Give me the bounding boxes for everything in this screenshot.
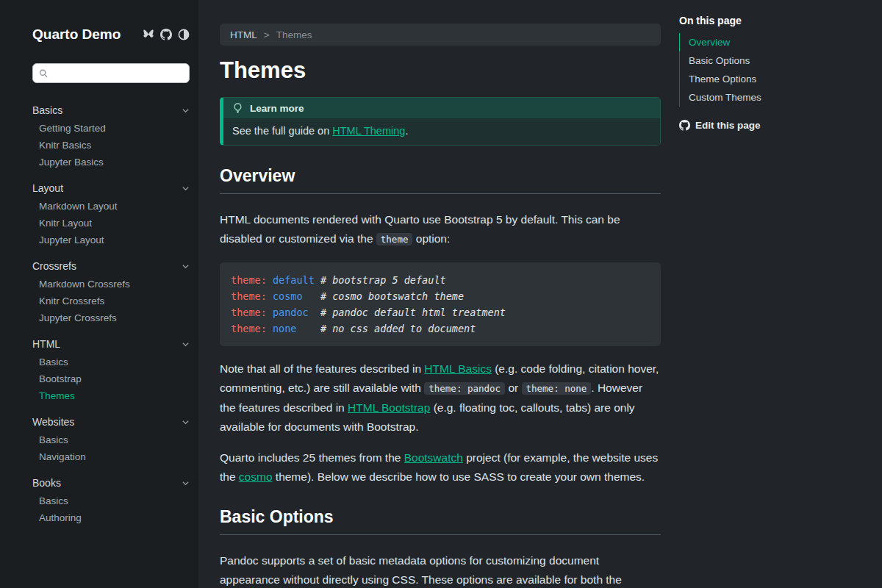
text: theme). Below we describe how to use SAS… [273, 470, 645, 483]
html-theming-link[interactable]: HTML Theming [332, 125, 405, 137]
inline-code-theme-none: theme: none [522, 382, 592, 395]
theme-toggle-icon[interactable] [178, 29, 190, 40]
sidebar-item-navigation[interactable]: Navigation [32, 448, 190, 465]
callout-text: See the full guide on [232, 125, 332, 137]
inline-code-theme-pandoc: theme: pandoc [424, 382, 505, 395]
breadcrumb: HTML > Themes [220, 24, 661, 46]
sidebar-nav: Basics Getting Started Knitr Basics Jupy… [32, 101, 190, 526]
yaml-value: cosmo [273, 288, 315, 304]
sidebar-section-crossrefs: Crossrefs Markdown Crossrefs Knitr Cross… [32, 257, 190, 326]
bootswatch-link[interactable]: Bootswatch [404, 451, 463, 464]
yaml-comment: # pandoc default html treatment [320, 306, 506, 318]
yaml-key: theme: [231, 290, 267, 302]
toc-item-basic-options[interactable]: Basic Options [679, 51, 856, 70]
sidebar-item-jupyter-crossrefs[interactable]: Jupyter Crossrefs [32, 309, 190, 326]
paragraph: Quarto includes 25 themes from the Boots… [220, 448, 661, 487]
callout-body: See the full guide on HTML Theming. [223, 118, 660, 145]
chevron-down-icon[interactable] [182, 479, 190, 487]
sidebar-section-books: Books Basics Authoring [32, 473, 190, 526]
sidebar-item-jupyter-layout[interactable]: Jupyter Layout [32, 232, 190, 248]
chevron-down-icon[interactable] [182, 262, 190, 270]
text: or [505, 381, 521, 394]
code-line: theme: none # no css added to document [231, 320, 650, 337]
edit-this-page[interactable]: Edit this page [679, 120, 856, 131]
sidebar-section-header-crossrefs[interactable]: Crossrefs [32, 257, 190, 276]
sidebar-section-html: HTML Basics Bootstrap Themes [32, 334, 190, 404]
callout-text: . [405, 125, 408, 137]
callout-header[interactable]: Learn more [223, 98, 660, 118]
breadcrumb-item-html[interactable]: HTML [230, 29, 257, 40]
sidebar-item-html-basics[interactable]: Basics [32, 354, 190, 370]
html-basics-link[interactable]: HTML Basics [424, 362, 492, 375]
sidebar-item-authoring[interactable]: Authoring [32, 509, 190, 526]
yaml-comment: # bootstrap 5 default [320, 274, 446, 286]
header-icons [143, 29, 190, 40]
sidebar-item-markdown-crossrefs[interactable]: Markdown Crossrefs [32, 276, 190, 293]
sidebar-section-header-websites[interactable]: Websites [32, 412, 190, 431]
yaml-key: theme: [231, 323, 267, 334]
sidebar-section-layout: Layout Markdown Layout Knitr Layout Jupy… [32, 179, 190, 248]
paragraph: HTML documents rendered with Quarto use … [220, 210, 661, 249]
text: option: [412, 232, 450, 245]
text: Note that all of the features described … [220, 362, 424, 375]
chevron-down-icon[interactable] [182, 418, 190, 426]
paragraph: Pandoc supports a set of basic metadata … [220, 551, 661, 588]
chevron-down-icon[interactable] [182, 340, 190, 348]
callout-tip: Learn more See the full guide on HTML Th… [220, 97, 661, 146]
toc-title: On this page [679, 15, 856, 26]
sidebar-section-header-books[interactable]: Books [32, 473, 190, 492]
lightbulb-icon [232, 102, 243, 114]
page-title: Themes [220, 57, 661, 84]
sidebar-item-knitr-crossrefs[interactable]: Knitr Crossrefs [32, 293, 190, 309]
main-area: HTML > Themes Themes Learn more See the … [198, 0, 882, 588]
sidebar-item-markdown-layout[interactable]: Markdown Layout [32, 198, 190, 215]
sidebar-section-header-html[interactable]: HTML [32, 334, 190, 354]
sidebar-header: Quarto Demo [32, 26, 190, 43]
sidebar-item-getting-started[interactable]: Getting Started [32, 120, 190, 137]
section-label: Crossrefs [32, 260, 76, 272]
sidebar: Quarto Demo Basics Getting Started Knitr… [0, 0, 198, 588]
sidebar-item-bootstrap[interactable]: Bootstrap [32, 370, 190, 387]
search-input[interactable] [53, 68, 183, 79]
github-icon[interactable] [160, 29, 172, 40]
site-title[interactable]: Quarto Demo [32, 26, 121, 43]
sidebar-section-header-layout[interactable]: Layout [32, 179, 190, 198]
sidebar-item-books-basics[interactable]: Basics [32, 492, 190, 509]
sidebar-item-themes[interactable]: Themes [32, 387, 190, 404]
sidebar-section-websites: Websites Basics Navigation [32, 412, 190, 465]
github-icon [679, 120, 690, 131]
yaml-value: pandoc [273, 304, 315, 320]
yaml-value: none [273, 320, 315, 337]
code-line: theme: cosmo # cosmo bootswatch theme [231, 288, 650, 304]
section-label: Basics [32, 104, 62, 116]
sidebar-section-header-basics[interactable]: Basics [32, 101, 190, 120]
toc-item-overview[interactable]: Overview [679, 33, 856, 51]
sidebar-item-websites-basics[interactable]: Basics [32, 431, 190, 448]
bluesky-icon[interactable] [143, 29, 154, 40]
section-label: Layout [32, 182, 63, 194]
search-box[interactable] [32, 63, 190, 83]
article: HTML > Themes Themes Learn more See the … [220, 0, 661, 588]
yaml-value: default [273, 272, 315, 288]
sidebar-section-basics: Basics Getting Started Knitr Basics Jupy… [32, 101, 190, 171]
chevron-down-icon[interactable] [182, 184, 190, 193]
paragraph: Note that all of the features described … [220, 359, 661, 437]
section-label: Websites [32, 416, 74, 428]
toc-item-theme-options[interactable]: Theme Options [679, 70, 856, 88]
yaml-key: theme: [231, 274, 267, 286]
toc-item-custom-themes[interactable]: Custom Themes [679, 88, 856, 107]
yaml-code-block[interactable]: theme: default # bootstrap 5 default the… [220, 262, 661, 346]
sidebar-item-jupyter-basics[interactable]: Jupyter Basics [32, 154, 190, 171]
text: Quarto includes 25 themes from the [220, 451, 404, 464]
edit-this-page-label: Edit this page [695, 120, 761, 131]
html-bootstrap-link[interactable]: HTML Bootstrap [348, 401, 430, 414]
toc-sidebar: On this page Overview Basic Options Them… [679, 0, 856, 588]
chevron-down-icon[interactable] [182, 107, 190, 115]
section-heading-basic-options: Basic Options [220, 507, 661, 535]
inline-code-theme: theme [376, 233, 413, 245]
sidebar-item-knitr-layout[interactable]: Knitr Layout [32, 215, 190, 232]
sidebar-item-knitr-basics[interactable]: Knitr Basics [32, 137, 190, 154]
toc-list: Overview Basic Options Theme Options Cus… [679, 33, 856, 107]
section-label: Books [32, 477, 61, 489]
cosmo-link[interactable]: cosmo [239, 470, 273, 483]
